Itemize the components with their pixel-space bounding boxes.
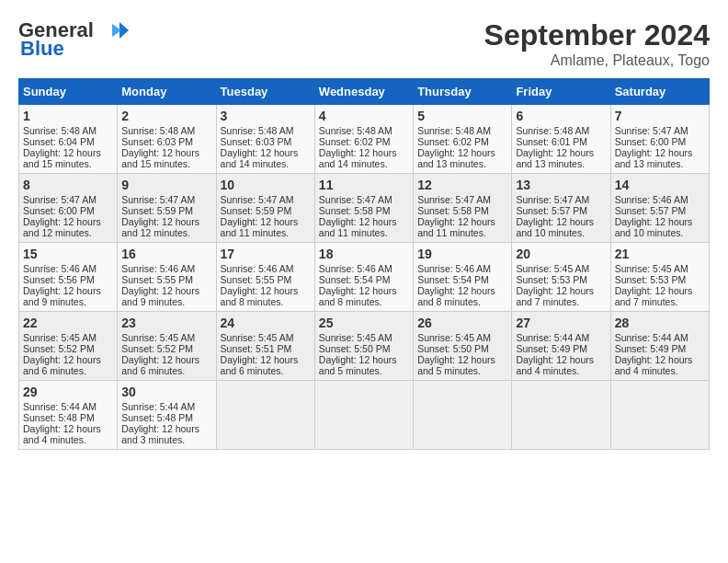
table-row: 26Sunrise: 5:45 AMSunset: 5:50 PMDayligh… xyxy=(414,312,512,381)
table-row: 3Sunrise: 5:48 AMSunset: 6:03 PMDaylight… xyxy=(216,105,314,174)
sunset-label: Sunset: 5:49 PM xyxy=(615,343,687,354)
calendar-table: Sunday Monday Tuesday Wednesday Thursday… xyxy=(18,78,710,450)
sunrise-label: Sunrise: 5:46 AM xyxy=(23,263,97,274)
col-saturday: Saturday xyxy=(610,79,709,105)
day-number: 8 xyxy=(23,178,113,192)
daylight-label: Daylight: 12 hours and 14 minutes. xyxy=(319,147,397,169)
table-row xyxy=(314,381,413,450)
table-row xyxy=(216,381,314,450)
daylight-label: Daylight: 12 hours and 13 minutes. xyxy=(615,147,693,169)
sunset-label: Sunset: 5:54 PM xyxy=(319,274,391,285)
sunrise-label: Sunrise: 5:47 AM xyxy=(221,194,294,205)
table-row: 4Sunrise: 5:48 AMSunset: 6:02 PMDaylight… xyxy=(314,105,413,174)
sunrise-label: Sunrise: 5:47 AM xyxy=(23,194,97,205)
day-number: 15 xyxy=(23,247,113,261)
sunrise-label: Sunrise: 5:45 AM xyxy=(319,332,392,343)
daylight-label: Daylight: 12 hours and 12 minutes. xyxy=(121,216,199,238)
title-block: September 2024 Amlame, Plateaux, Togo xyxy=(484,18,710,69)
daylight-label: Daylight: 12 hours and 11 minutes. xyxy=(221,216,299,238)
sunrise-label: Sunrise: 5:45 AM xyxy=(417,332,491,343)
sunrise-label: Sunrise: 5:46 AM xyxy=(221,263,294,274)
daylight-label: Daylight: 12 hours and 8 minutes. xyxy=(221,285,299,307)
page-header: General Blue September 2024 Amlame, Plat… xyxy=(18,18,710,69)
sunrise-label: Sunrise: 5:44 AM xyxy=(121,401,195,412)
sunrise-label: Sunrise: 5:47 AM xyxy=(516,194,589,205)
sunset-label: Sunset: 5:48 PM xyxy=(121,412,193,423)
sunrise-label: Sunrise: 5:47 AM xyxy=(615,125,688,136)
table-row xyxy=(414,381,512,450)
table-row: 22Sunrise: 5:45 AMSunset: 5:52 PMDayligh… xyxy=(19,312,118,381)
day-number: 10 xyxy=(221,178,311,192)
daylight-label: Daylight: 12 hours and 7 minutes. xyxy=(615,285,693,307)
table-row: 30Sunrise: 5:44 AMSunset: 5:48 PMDayligh… xyxy=(118,381,216,450)
table-row: 25Sunrise: 5:45 AMSunset: 5:50 PMDayligh… xyxy=(314,312,413,381)
daylight-label: Daylight: 12 hours and 10 minutes. xyxy=(516,216,594,238)
col-monday: Monday xyxy=(118,79,216,105)
daylight-label: Daylight: 12 hours and 6 minutes. xyxy=(221,354,299,376)
day-number: 3 xyxy=(221,109,311,123)
sunset-label: Sunset: 5:49 PM xyxy=(516,343,587,354)
day-number: 2 xyxy=(121,109,211,123)
day-number: 24 xyxy=(221,316,311,330)
daylight-label: Daylight: 12 hours and 3 minutes. xyxy=(121,423,199,445)
day-number: 9 xyxy=(121,178,211,192)
sunset-label: Sunset: 5:58 PM xyxy=(319,205,391,216)
table-row: 7Sunrise: 5:47 AMSunset: 6:00 PMDaylight… xyxy=(610,105,709,174)
table-row: 12Sunrise: 5:47 AMSunset: 5:58 PMDayligh… xyxy=(414,174,512,243)
sunset-label: Sunset: 5:59 PM xyxy=(221,205,292,216)
day-number: 4 xyxy=(319,109,409,123)
day-number: 11 xyxy=(319,178,409,192)
sunrise-label: Sunrise: 5:45 AM xyxy=(23,332,97,343)
sunset-label: Sunset: 5:55 PM xyxy=(221,274,292,285)
daylight-label: Daylight: 12 hours and 9 minutes. xyxy=(23,285,101,307)
sunset-label: Sunset: 5:54 PM xyxy=(417,274,489,285)
sunrise-label: Sunrise: 5:48 AM xyxy=(319,125,392,136)
col-thursday: Thursday xyxy=(414,79,512,105)
table-row: 2Sunrise: 5:48 AMSunset: 6:03 PMDaylight… xyxy=(118,105,216,174)
sunrise-label: Sunrise: 5:48 AM xyxy=(121,125,195,136)
daylight-label: Daylight: 12 hours and 4 minutes. xyxy=(516,354,594,376)
daylight-label: Daylight: 12 hours and 11 minutes. xyxy=(417,216,495,238)
sunset-label: Sunset: 5:53 PM xyxy=(516,274,587,285)
table-row: 13Sunrise: 5:47 AMSunset: 5:57 PMDayligh… xyxy=(512,174,610,243)
sunset-label: Sunset: 5:59 PM xyxy=(121,205,193,216)
day-number: 22 xyxy=(23,316,113,330)
sunrise-label: Sunrise: 5:48 AM xyxy=(417,125,491,136)
table-row: 18Sunrise: 5:46 AMSunset: 5:54 PMDayligh… xyxy=(314,243,413,312)
table-row: 10Sunrise: 5:47 AMSunset: 5:59 PMDayligh… xyxy=(216,174,314,243)
daylight-label: Daylight: 12 hours and 15 minutes. xyxy=(121,147,199,169)
sunrise-label: Sunrise: 5:48 AM xyxy=(23,125,97,136)
table-row: 16Sunrise: 5:46 AMSunset: 5:55 PMDayligh… xyxy=(118,243,216,312)
sunset-label: Sunset: 6:03 PM xyxy=(121,136,193,147)
sunset-label: Sunset: 6:03 PM xyxy=(221,136,292,147)
logo-icon xyxy=(94,20,129,40)
sunrise-label: Sunrise: 5:45 AM xyxy=(221,332,294,343)
day-number: 20 xyxy=(516,247,606,261)
table-row: 9Sunrise: 5:47 AMSunset: 5:59 PMDaylight… xyxy=(118,174,216,243)
sunrise-label: Sunrise: 5:44 AM xyxy=(516,332,589,343)
day-number: 7 xyxy=(615,109,705,123)
calendar-title: September 2024 xyxy=(484,18,710,52)
sunrise-label: Sunrise: 5:45 AM xyxy=(516,263,589,274)
sunrise-label: Sunrise: 5:48 AM xyxy=(221,125,294,136)
daylight-label: Daylight: 12 hours and 11 minutes. xyxy=(319,216,397,238)
day-number: 1 xyxy=(23,109,113,123)
daylight-label: Daylight: 12 hours and 10 minutes. xyxy=(615,216,693,238)
sunset-label: Sunset: 6:01 PM xyxy=(516,136,587,147)
logo-blue: Blue xyxy=(20,37,64,61)
table-row: 8Sunrise: 5:47 AMSunset: 6:00 PMDaylight… xyxy=(19,174,118,243)
sunrise-label: Sunrise: 5:46 AM xyxy=(319,263,392,274)
day-number: 13 xyxy=(516,178,606,192)
day-number: 30 xyxy=(121,385,211,399)
sunrise-label: Sunrise: 5:44 AM xyxy=(23,401,97,412)
sunset-label: Sunset: 5:57 PM xyxy=(516,205,587,216)
sunset-label: Sunset: 5:53 PM xyxy=(615,274,687,285)
col-friday: Friday xyxy=(512,79,610,105)
day-number: 16 xyxy=(121,247,211,261)
day-number: 5 xyxy=(417,109,507,123)
calendar-subtitle: Amlame, Plateaux, Togo xyxy=(484,52,710,69)
sunrise-label: Sunrise: 5:48 AM xyxy=(516,125,589,136)
sunset-label: Sunset: 5:57 PM xyxy=(615,205,687,216)
day-number: 17 xyxy=(221,247,311,261)
day-number: 6 xyxy=(516,109,606,123)
